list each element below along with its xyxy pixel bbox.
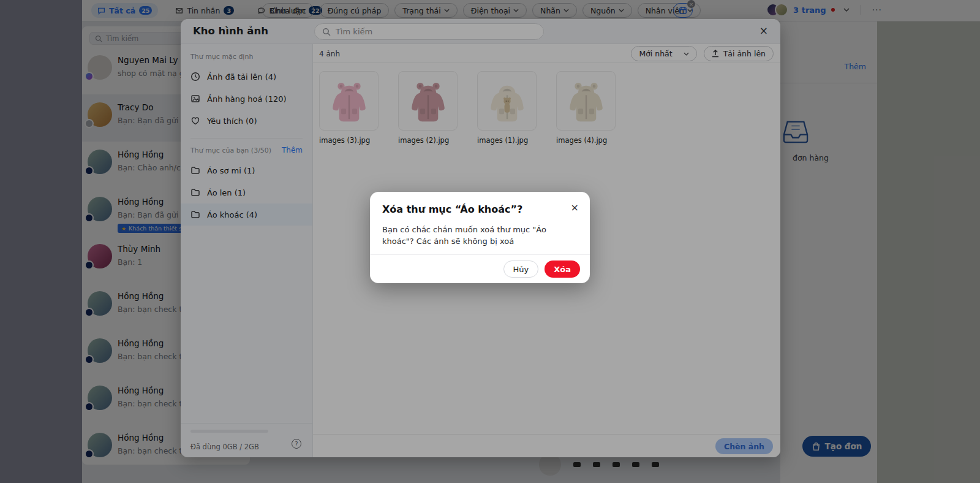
delete-folder-dialog: Xóa thư mục “Áo khoác”? × Bạn có chắc ch… — [370, 192, 590, 283]
cancel-button[interactable]: Hủy — [503, 261, 539, 278]
dialog-footer: Hủy Xóa — [370, 254, 590, 283]
close-icon[interactable]: × — [571, 202, 579, 213]
dialog-title: Xóa thư mục “Áo khoác”? — [382, 203, 522, 215]
app-stage: Tất cả 25 Tin nhắn 3 Bình lu — [0, 0, 980, 483]
dialog-message: Bạn có chắc chắn muốn xoá thư mục "Áo kh… — [382, 224, 578, 248]
delete-button[interactable]: Xóa — [545, 261, 580, 278]
